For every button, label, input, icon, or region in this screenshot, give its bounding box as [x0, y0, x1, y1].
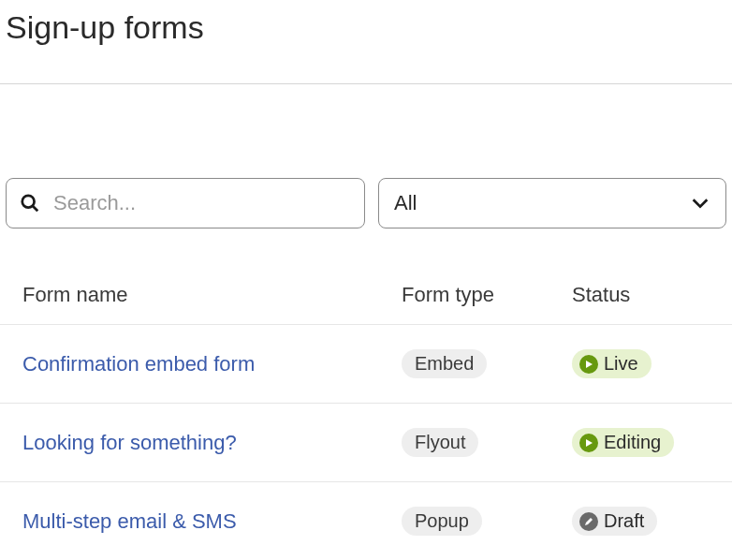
- status-label: Draft: [604, 510, 644, 532]
- search-icon: [20, 193, 40, 214]
- form-name-link[interactable]: Looking for something?: [22, 431, 402, 455]
- form-type-cell: Flyout: [402, 428, 572, 457]
- status-label: Live: [604, 353, 638, 375]
- status-cell: Editing: [572, 428, 726, 457]
- form-type-cell: Popup: [402, 507, 572, 536]
- form-name-link[interactable]: Confirmation embed form: [22, 352, 402, 376]
- type-pill: Flyout: [402, 428, 478, 457]
- form-name-link[interactable]: Multi-step email & SMS: [22, 509, 402, 534]
- search-wrapper[interactable]: [6, 178, 365, 228]
- header-status: Status: [572, 283, 726, 307]
- svg-marker-2: [586, 361, 593, 368]
- status-cell: Draft: [572, 507, 726, 536]
- chevron-down-icon: [690, 193, 710, 214]
- status-label: Editing: [604, 432, 661, 453]
- forms-table: Form name Form type Status Confirmation …: [0, 266, 732, 560]
- svg-point-0: [22, 196, 35, 208]
- status-pill-editing: Editing: [572, 428, 674, 457]
- svg-line-1: [33, 206, 38, 212]
- play-icon: [579, 434, 598, 452]
- play-icon: [579, 355, 598, 374]
- header-form-name: Form name: [22, 283, 402, 307]
- search-input[interactable]: [53, 191, 351, 215]
- type-pill: Popup: [402, 507, 482, 536]
- form-type-cell: Embed: [402, 349, 572, 378]
- table-row: Multi-step email & SMS Popup Draft: [0, 482, 732, 560]
- type-pill: Embed: [402, 349, 487, 378]
- svg-marker-3: [586, 439, 593, 447]
- status-cell: Live: [572, 349, 726, 378]
- table-header: Form name Form type Status: [0, 266, 732, 325]
- table-row: Confirmation embed form Embed Live: [0, 325, 732, 404]
- header-form-type: Form type: [402, 283, 572, 307]
- status-pill-live: Live: [572, 349, 651, 378]
- filter-value: All: [394, 191, 417, 215]
- pencil-icon: [579, 512, 598, 531]
- controls-bar: All: [0, 84, 732, 228]
- status-pill-draft: Draft: [572, 507, 657, 536]
- page-title: Sign-up forms: [0, 0, 732, 83]
- filter-select[interactable]: All: [378, 178, 726, 228]
- table-row: Looking for something? Flyout Editing: [0, 404, 732, 482]
